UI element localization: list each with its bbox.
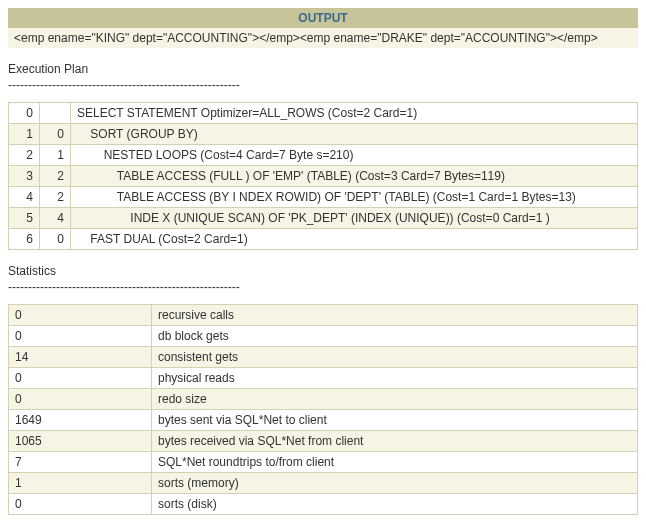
stats-value: 0 (9, 368, 152, 389)
stats-name: physical reads (152, 368, 638, 389)
output-header: OUTPUT (8, 8, 638, 28)
plan-row-operation: SORT (GROUP BY) (71, 124, 638, 145)
stats-name: recursive calls (152, 305, 638, 326)
execution-plan-label: Execution Plan (8, 62, 638, 76)
stats-name: sorts (memory) (152, 473, 638, 494)
output-xml-row: <emp ename="KING" dept="ACCOUNTING"></em… (8, 28, 638, 48)
plan-row-operation: SELECT STATEMENT Optimizer=ALL_ROWS (Cos… (71, 103, 638, 124)
plan-row-parent: 1 (40, 145, 71, 166)
stats-name: SQL*Net roundtrips to/from client (152, 452, 638, 473)
execution-plan-dashes: ----------------------------------------… (8, 78, 638, 92)
plan-row-parent: 0 (40, 124, 71, 145)
stats-row: 0recursive calls (9, 305, 638, 326)
stats-value: 0 (9, 326, 152, 347)
statistics-dashes: ----------------------------------------… (8, 280, 638, 294)
stats-name: bytes received via SQL*Net from client (152, 431, 638, 452)
plan-row-parent: 4 (40, 208, 71, 229)
plan-row: 60 FAST DUAL (Cost=2 Card=1) (9, 229, 638, 250)
plan-row: 21 NESTED LOOPS (Cost=4 Card=7 Byte s=21… (9, 145, 638, 166)
plan-row-parent: 2 (40, 166, 71, 187)
plan-row: 0SELECT STATEMENT Optimizer=ALL_ROWS (Co… (9, 103, 638, 124)
stats-value: 1649 (9, 410, 152, 431)
plan-row-operation: INDE X (UNIQUE SCAN) OF 'PK_DEPT' (INDEX… (71, 208, 638, 229)
stats-row: 1065bytes received via SQL*Net from clie… (9, 431, 638, 452)
plan-row-id: 1 (9, 124, 40, 145)
plan-row-id: 4 (9, 187, 40, 208)
stats-value: 7 (9, 452, 152, 473)
stats-row: 0db block gets (9, 326, 638, 347)
execution-plan-table: 0SELECT STATEMENT Optimizer=ALL_ROWS (Co… (8, 102, 638, 250)
plan-row-id: 0 (9, 103, 40, 124)
plan-row-id: 2 (9, 145, 40, 166)
plan-row: 54 INDE X (UNIQUE SCAN) OF 'PK_DEPT' (IN… (9, 208, 638, 229)
stats-value: 0 (9, 305, 152, 326)
stats-name: consistent gets (152, 347, 638, 368)
plan-row-parent: 2 (40, 187, 71, 208)
statistics-table: 0recursive calls0db block gets14consiste… (8, 304, 638, 515)
plan-row-operation: NESTED LOOPS (Cost=4 Card=7 Byte s=210) (71, 145, 638, 166)
stats-value: 0 (9, 494, 152, 515)
plan-row-operation: TABLE ACCESS (BY I NDEX ROWID) OF 'DEPT'… (71, 187, 638, 208)
stats-value: 1065 (9, 431, 152, 452)
stats-name: bytes sent via SQL*Net to client (152, 410, 638, 431)
stats-value: 1 (9, 473, 152, 494)
stats-name: db block gets (152, 326, 638, 347)
plan-row: 42 TABLE ACCESS (BY I NDEX ROWID) OF 'DE… (9, 187, 638, 208)
plan-row-operation: TABLE ACCESS (FULL ) OF 'EMP' (TABLE) (C… (71, 166, 638, 187)
stats-value: 0 (9, 389, 152, 410)
stats-row: 1sorts (memory) (9, 473, 638, 494)
plan-row-id: 5 (9, 208, 40, 229)
plan-row-operation: FAST DUAL (Cost=2 Card=1) (71, 229, 638, 250)
plan-row-id: 6 (9, 229, 40, 250)
stats-row: 0redo size (9, 389, 638, 410)
stats-row: 1649bytes sent via SQL*Net to client (9, 410, 638, 431)
plan-row-id: 3 (9, 166, 40, 187)
stats-name: sorts (disk) (152, 494, 638, 515)
stats-row: 7SQL*Net roundtrips to/from client (9, 452, 638, 473)
plan-row-parent: 0 (40, 229, 71, 250)
statistics-label: Statistics (8, 264, 638, 278)
plan-row: 10 SORT (GROUP BY) (9, 124, 638, 145)
stats-row: 14consistent gets (9, 347, 638, 368)
stats-row: 0physical reads (9, 368, 638, 389)
stats-value: 14 (9, 347, 152, 368)
plan-row: 32 TABLE ACCESS (FULL ) OF 'EMP' (TABLE)… (9, 166, 638, 187)
stats-row: 0sorts (disk) (9, 494, 638, 515)
plan-row-parent (40, 103, 71, 124)
stats-name: redo size (152, 389, 638, 410)
